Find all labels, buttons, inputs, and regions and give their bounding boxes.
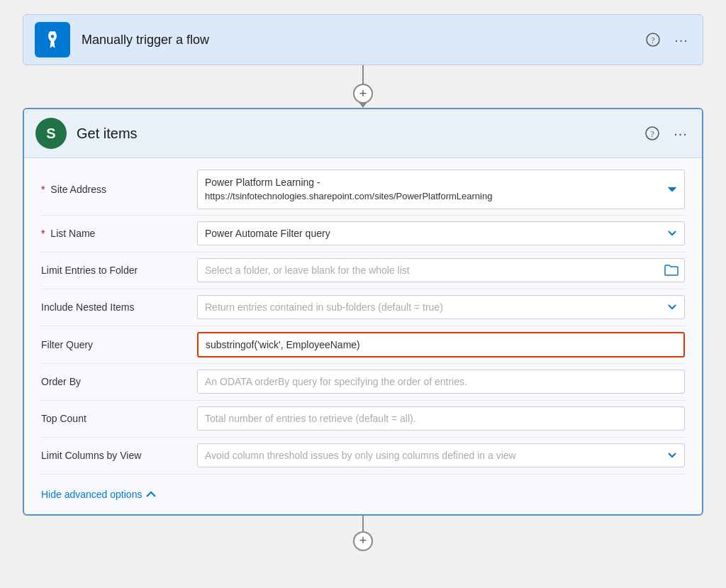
limit-columns-control — [197, 443, 685, 467]
list-name-row: * List Name Power Automate Filter query — [41, 216, 685, 253]
filter-query-row: Filter Query — [41, 326, 685, 364]
site-address-control: Power Platform Learning - https://tsinfo… — [197, 170, 685, 209]
required-star-list: * — [41, 228, 45, 239]
folder-icon[interactable] — [664, 262, 679, 278]
include-nested-row: Include Nested Items — [41, 289, 685, 326]
add-step-button-top[interactable]: + — [353, 84, 373, 104]
top-count-row: Top Count — [41, 401, 685, 438]
site-address-field[interactable]: Power Platform Learning - https://tsinfo… — [197, 170, 685, 209]
connector-line-top — [362, 65, 364, 84]
action-title: Get items — [77, 126, 642, 142]
limit-entries-label: Limit Entries to Folder — [41, 265, 197, 276]
action-block: S Get items ? ··· * Site — [23, 108, 703, 516]
site-address-label: * Site Address — [41, 184, 197, 195]
top-count-label: Top Count — [41, 413, 197, 424]
include-nested-dropdown-icon[interactable] — [665, 300, 679, 314]
site-address-row: * Site Address Power Platform Learning -… — [41, 164, 685, 216]
svg-text:?: ? — [651, 35, 654, 45]
trigger-more-button[interactable]: ··· — [671, 30, 691, 50]
limit-entries-control — [197, 258, 685, 282]
limit-columns-label: Limit Columns by View — [41, 450, 197, 461]
required-star-site: * — [41, 184, 45, 195]
filter-query-input[interactable] — [197, 332, 685, 357]
limit-entries-row: Limit Entries to Folder — [41, 253, 685, 289]
action-help-button[interactable]: ? — [642, 123, 662, 143]
top-count-input[interactable] — [197, 406, 685, 431]
action-more-button[interactable]: ··· — [671, 123, 691, 143]
hide-advanced-link[interactable]: Hide advanced options — [41, 483, 685, 503]
trigger-block: Manually trigger a flow ? ··· — [23, 14, 703, 65]
action-icon: S — [35, 118, 67, 149]
trigger-help-button[interactable]: ? — [643, 30, 663, 50]
trigger-icon — [35, 22, 70, 57]
order-by-input[interactable] — [197, 370, 685, 394]
limit-entries-input[interactable] — [197, 258, 685, 282]
limit-columns-dropdown-icon[interactable] — [665, 448, 679, 462]
action-body: * Site Address Power Platform Learning -… — [24, 158, 702, 514]
action-header: S Get items ? ··· — [24, 109, 702, 158]
top-connector: + — [353, 65, 373, 108]
order-by-control — [197, 370, 685, 394]
list-name-label: * List Name — [41, 228, 197, 239]
site-address-dropdown-icon[interactable] — [665, 182, 679, 196]
order-by-label: Order By — [41, 376, 197, 387]
bottom-connector: + — [353, 516, 373, 551]
include-nested-control — [197, 295, 685, 319]
list-name-dropdown-icon[interactable] — [665, 226, 679, 240]
top-count-control — [197, 406, 685, 431]
filter-query-control — [197, 332, 685, 357]
order-by-row: Order By — [41, 364, 685, 401]
limit-columns-input[interactable] — [197, 443, 685, 467]
filter-query-label: Filter Query — [41, 339, 197, 350]
add-step-button-bottom[interactable]: + — [353, 531, 373, 551]
trigger-actions: ? ··· — [643, 30, 691, 50]
list-name-field[interactable]: Power Automate Filter query — [197, 221, 685, 245]
connector-line-bottom — [362, 516, 364, 531]
svg-text:?: ? — [650, 129, 654, 139]
hide-advanced-container: Hide advanced options — [41, 475, 685, 503]
include-nested-label: Include Nested Items — [41, 301, 197, 313]
list-name-control: Power Automate Filter query — [197, 221, 685, 245]
trigger-title: Manually trigger a flow — [82, 33, 643, 48]
chevron-up-icon — [146, 489, 156, 500]
limit-columns-row: Limit Columns by View — [41, 438, 685, 475]
include-nested-input[interactable] — [197, 295, 685, 319]
